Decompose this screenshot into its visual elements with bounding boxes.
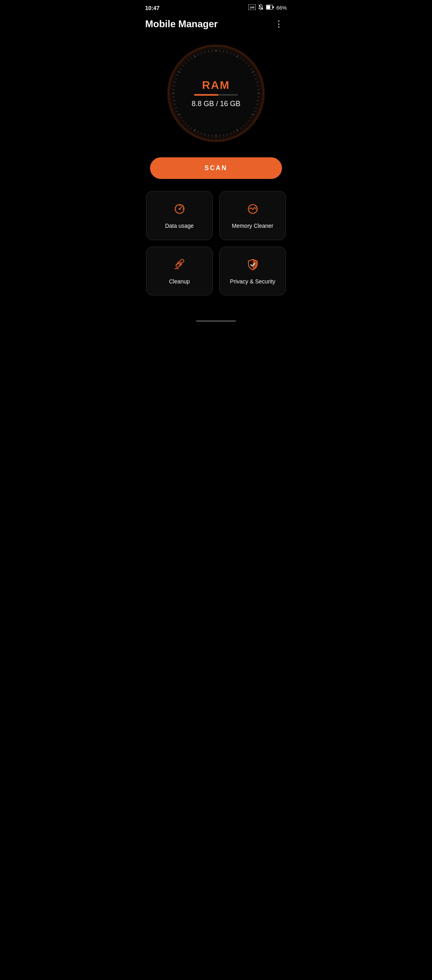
- svg-rect-5: [266, 6, 270, 9]
- svg-line-75: [205, 51, 206, 54]
- svg-text:144: 144: [250, 6, 254, 9]
- scan-button[interactable]: SCAN: [150, 157, 282, 179]
- svg-line-19: [254, 75, 256, 76]
- svg-line-35: [240, 127, 241, 129]
- svg-line-16: [248, 65, 249, 67]
- svg-line-9: [227, 51, 228, 54]
- svg-line-7: [220, 50, 220, 52]
- status-icons: 144 66%: [248, 4, 287, 12]
- svg-line-70: [188, 60, 190, 61]
- card-privacy-security[interactable]: Privacy & Security: [219, 247, 286, 296]
- svg-line-49: [191, 127, 192, 129]
- svg-line-45: [205, 133, 206, 136]
- battery-icon: [266, 5, 274, 11]
- data-usage-icon: [173, 203, 186, 217]
- svg-line-63: [174, 82, 176, 83]
- svg-line-41: [220, 135, 220, 137]
- svg-line-44: [208, 134, 209, 137]
- status-time: 10:47: [145, 5, 160, 11]
- data-usage-label: Data usage: [165, 222, 194, 230]
- memory-cleaner-icon: [246, 203, 259, 217]
- ram-value: 8.8 GB / 16 GB: [192, 100, 240, 108]
- gauge-ring: RAM 8.8 GB / 16 GB: [168, 45, 264, 141]
- scan-section: SCAN: [138, 145, 294, 187]
- home-indicator: [196, 320, 236, 322]
- svg-line-61: [172, 89, 175, 90]
- svg-line-57: [174, 104, 176, 105]
- svg-line-68: [182, 65, 184, 67]
- ram-gauge: RAM 8.8 GB / 16 GB: [168, 45, 264, 141]
- bottom-bar: [138, 315, 294, 328]
- privacy-security-label: Privacy & Security: [230, 278, 276, 286]
- svg-line-74: [201, 52, 202, 54]
- svg-line-36: [237, 129, 238, 131]
- svg-line-34: [242, 125, 244, 127]
- status-bar: 10:47 144 66%: [138, 0, 294, 14]
- gauge-inner: RAM 8.8 GB / 16 GB: [192, 79, 240, 108]
- svg-line-28: [255, 107, 257, 108]
- card-cleanup[interactable]: Cleanup: [146, 247, 213, 296]
- svg-line-14: [242, 60, 244, 61]
- svg-line-26: [257, 100, 259, 101]
- svg-line-23: [257, 89, 260, 90]
- svg-line-48: [194, 129, 195, 131]
- svg-point-79: [178, 208, 180, 210]
- svg-line-56: [175, 107, 177, 108]
- svg-line-73: [198, 54, 198, 56]
- svg-line-25: [257, 97, 260, 97]
- app-header: Mobile Manager ⋮: [138, 14, 294, 37]
- svg-line-67: [180, 68, 182, 69]
- svg-line-50: [188, 125, 190, 127]
- svg-line-71: [191, 58, 192, 60]
- svg-line-20: [255, 78, 257, 79]
- svg-line-31: [250, 117, 252, 118]
- svg-line-54: [178, 114, 180, 115]
- svg-line-21: [256, 82, 258, 83]
- privacy-security-icon: [246, 258, 259, 273]
- card-data-usage[interactable]: Data usage: [146, 191, 213, 240]
- svg-line-55: [176, 111, 178, 112]
- svg-line-40: [223, 134, 224, 137]
- svg-line-43: [212, 135, 212, 137]
- svg-line-39: [227, 133, 228, 136]
- svg-line-10: [230, 52, 231, 54]
- svg-line-30: [252, 114, 254, 115]
- svg-point-81: [256, 206, 257, 207]
- cleanup-icon: [173, 258, 186, 273]
- memory-cleaner-label: Memory Cleaner: [232, 222, 273, 230]
- svg-line-72: [194, 55, 195, 57]
- svg-line-22: [257, 86, 259, 86]
- svg-line-76: [208, 50, 209, 52]
- svg-line-12: [237, 55, 238, 57]
- cleanup-label: Cleanup: [169, 278, 190, 286]
- ram-bar-fill: [194, 94, 218, 96]
- svg-line-33: [245, 122, 247, 124]
- svg-line-32: [248, 120, 249, 121]
- battery-percent: 66%: [276, 5, 287, 11]
- card-memory-cleaner[interactable]: Memory Cleaner: [219, 191, 286, 240]
- svg-line-59: [172, 97, 175, 97]
- more-menu-button[interactable]: ⋮: [271, 17, 287, 31]
- cards-row-1: Data usage Memory Cleaner: [146, 191, 286, 240]
- svg-line-47: [198, 131, 198, 133]
- svg-line-37: [234, 131, 234, 133]
- svg-rect-83: [178, 259, 184, 265]
- svg-line-52: [182, 120, 184, 121]
- refresh-rate-icon: 144: [248, 4, 256, 11]
- cards-section: Data usage Memory Cleaner: [138, 187, 294, 299]
- svg-line-27: [256, 104, 258, 105]
- svg-line-65: [176, 75, 178, 76]
- svg-line-15: [245, 62, 247, 64]
- app-title: Mobile Manager: [145, 18, 218, 30]
- svg-line-58: [173, 100, 175, 101]
- notif-mute-icon: [258, 4, 264, 12]
- svg-line-51: [185, 122, 187, 124]
- svg-line-77: [212, 50, 212, 52]
- ram-bar-container: [194, 94, 238, 96]
- svg-line-13: [240, 58, 241, 60]
- svg-line-46: [201, 132, 202, 134]
- svg-line-66: [178, 71, 180, 72]
- svg-line-62: [173, 86, 175, 86]
- svg-rect-4: [273, 6, 274, 8]
- svg-line-53: [180, 117, 182, 118]
